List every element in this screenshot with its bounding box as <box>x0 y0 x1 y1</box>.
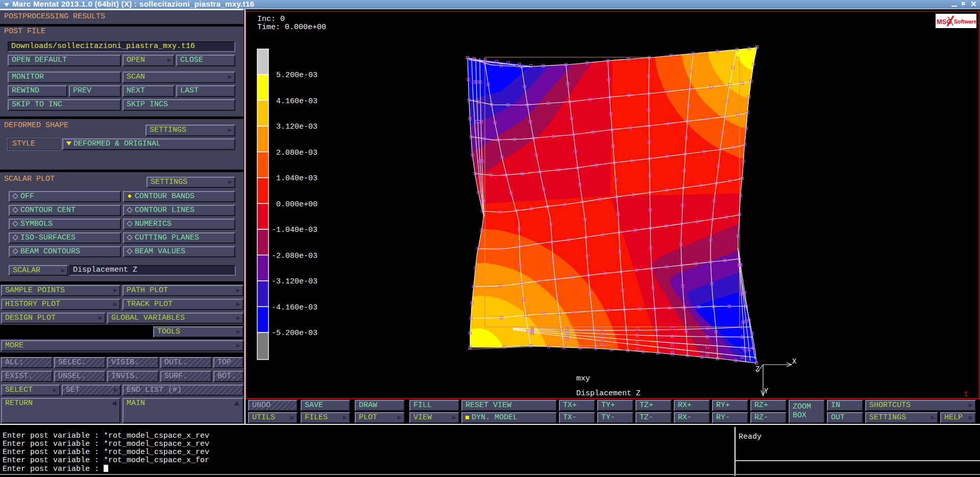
svg-text:-4.160e-03: -4.160e-03 <box>272 303 317 312</box>
svg-text:0.000e+00: 0.000e+00 <box>276 200 317 209</box>
svg-text:Z: Z <box>755 365 760 373</box>
svg-text:-1.040e-03: -1.040e-03 <box>272 226 317 234</box>
svg-text:4.160e-03: 4.160e-03 <box>276 97 317 106</box>
svg-text:5.200e-03: 5.200e-03 <box>276 71 317 80</box>
svg-text:mxy: mxy <box>576 374 590 383</box>
svg-text:3.120e-03: 3.120e-03 <box>276 123 317 131</box>
svg-text:1.040e-03: 1.040e-03 <box>276 174 317 183</box>
svg-text:2.080e-03: 2.080e-03 <box>276 149 317 157</box>
svg-text:-2.080e-03: -2.080e-03 <box>272 252 317 260</box>
svg-text:Displacement Z: Displacement Z <box>576 389 641 398</box>
svg-text:Y: Y <box>764 387 769 395</box>
svg-text:Inc: 0: Inc: 0 <box>257 15 285 23</box>
svg-text:-5.200e-03: -5.200e-03 <box>272 329 317 338</box>
svg-text:X: X <box>792 357 797 366</box>
svg-text:-3.120e-03: -3.120e-03 <box>272 277 317 286</box>
svg-text:1: 1 <box>964 390 968 399</box>
svg-text:Time: 0.000e+00: Time: 0.000e+00 <box>257 23 326 32</box>
svg-text:Software: Software <box>954 18 977 25</box>
